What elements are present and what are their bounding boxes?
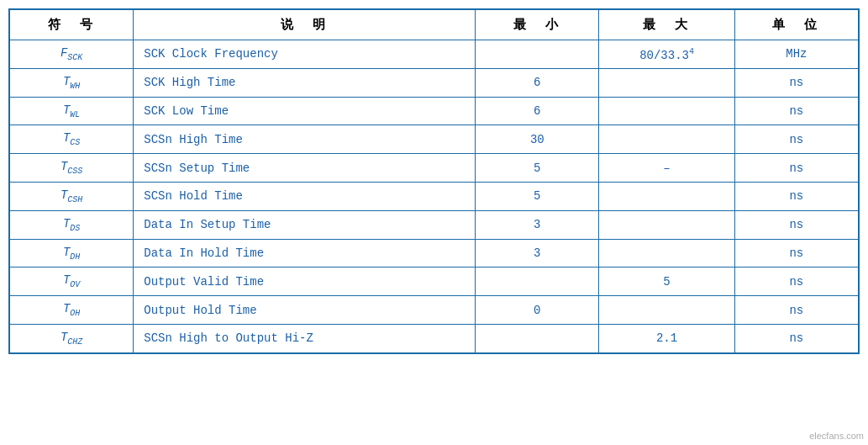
table-header-row: 符 号 说 明 最 小 最 大 单 位 xyxy=(10,10,859,40)
cell-unit: ns xyxy=(734,97,858,125)
cell-max: – xyxy=(599,154,734,183)
cell-symbol: TWH xyxy=(10,68,134,97)
cell-symbol: TCS xyxy=(10,125,134,154)
cell-min xyxy=(476,268,599,296)
table-row: TOVOutput Valid Time5ns xyxy=(10,268,859,296)
header-unit: 单 位 xyxy=(734,10,858,40)
symbol-main: TDS xyxy=(63,217,80,230)
cell-description: Output Valid Time xyxy=(134,268,476,296)
cell-max: 5 xyxy=(599,268,734,296)
cell-unit: MHz xyxy=(734,40,858,69)
cell-max xyxy=(599,182,734,210)
header-max: 最 大 xyxy=(599,10,734,40)
cell-max xyxy=(599,125,734,154)
cell-min: 0 xyxy=(476,296,599,325)
cell-max xyxy=(599,296,734,325)
cell-max xyxy=(599,68,734,97)
cell-description: SCK Clock Frequency xyxy=(134,40,476,69)
symbol-main: TCSH xyxy=(60,188,82,202)
table-row: TCHZSCSn High to Output Hi-Z2.1ns xyxy=(10,324,859,352)
cell-min: 6 xyxy=(476,68,599,97)
symbol-main: TDH xyxy=(63,246,80,259)
symbol-sub: CSS xyxy=(67,167,82,176)
cell-symbol: TOV xyxy=(10,268,134,296)
cell-description: SCSn High Time xyxy=(134,125,476,154)
symbol-sub: DH xyxy=(70,252,80,261)
symbol-sub: SCK xyxy=(67,53,82,62)
cell-min: 5 xyxy=(476,182,599,210)
symbol-main: TCHZ xyxy=(60,331,82,344)
cell-description: SCK High Time xyxy=(134,68,476,97)
cell-min: 30 xyxy=(476,125,599,154)
symbol-sub: CSH xyxy=(67,195,82,204)
table-row: TWLSCK Low Time6ns xyxy=(10,97,859,125)
symbol-sub: OH xyxy=(70,309,80,318)
timing-table-wrapper: 符 号 说 明 最 小 最 大 单 位 FSCKSCK Clock Freque… xyxy=(8,8,860,354)
cell-symbol: TCSH xyxy=(10,182,134,210)
table-row: TDHData In Hold Time3ns xyxy=(10,239,859,268)
cell-max: 2.1 xyxy=(599,324,734,352)
cell-max xyxy=(599,210,734,239)
table-row: TOHOutput Hold Time0ns xyxy=(10,296,859,325)
table-row: TWHSCK High Time6ns xyxy=(10,68,859,97)
symbol-sub: WH xyxy=(70,82,80,91)
symbol-main: TCS xyxy=(63,131,80,145)
cell-symbol: TCSS xyxy=(10,154,134,183)
table-row: TDSData In Setup Time3ns xyxy=(10,210,859,239)
cell-symbol: TOH xyxy=(10,296,134,325)
symbol-main: TWL xyxy=(63,103,80,117)
table-row: TCSSSCSn Setup Time5–ns xyxy=(10,154,859,183)
cell-unit: ns xyxy=(734,268,858,296)
symbol-main: TCSS xyxy=(60,160,82,173)
symbol-main: TOH xyxy=(63,302,80,315)
table-row: TCSHSCSn Hold Time5ns xyxy=(10,182,859,210)
cell-description: Output Hold Time xyxy=(134,296,476,325)
cell-unit: ns xyxy=(734,296,858,325)
timing-table: 符 号 说 明 最 小 最 大 单 位 FSCKSCK Clock Freque… xyxy=(9,9,859,353)
cell-unit: ns xyxy=(734,182,858,210)
symbol-main: FSCK xyxy=(60,46,82,60)
cell-symbol: TDH xyxy=(10,239,134,268)
header-description: 说 明 xyxy=(134,10,476,40)
cell-description: SCSn Hold Time xyxy=(134,182,476,210)
cell-min: 5 xyxy=(476,154,599,183)
cell-min: 6 xyxy=(476,97,599,125)
symbol-main: TWH xyxy=(63,75,80,88)
cell-unit: ns xyxy=(734,210,858,239)
symbol-sub: DS xyxy=(70,224,80,233)
cell-min xyxy=(476,40,599,69)
cell-unit: ns xyxy=(734,68,858,97)
cell-unit: ns xyxy=(734,125,858,154)
cell-description: Data In Setup Time xyxy=(134,210,476,239)
cell-description: SCK Low Time xyxy=(134,97,476,125)
cell-max: 80/33.34 xyxy=(599,40,734,69)
symbol-sub: WL xyxy=(70,109,80,119)
cell-unit: ns xyxy=(734,239,858,268)
cell-symbol: FSCK xyxy=(10,40,134,69)
cell-description: SCSn Setup Time xyxy=(134,154,476,183)
cell-unit: ns xyxy=(734,324,858,352)
table-row: TCSSCSn High Time30ns xyxy=(10,125,859,154)
symbol-sub: CHZ xyxy=(67,337,82,347)
cell-symbol: TDS xyxy=(10,210,134,239)
symbol-main: TOV xyxy=(63,273,80,287)
symbol-sub: OV xyxy=(70,280,80,289)
table-row: FSCKSCK Clock Frequency80/33.34MHz xyxy=(10,40,859,69)
header-symbol: 符 号 xyxy=(10,10,134,40)
cell-description: SCSn High to Output Hi-Z xyxy=(134,324,476,352)
cell-min: 3 xyxy=(476,210,599,239)
cell-symbol: TWL xyxy=(10,97,134,125)
cell-description: Data In Hold Time xyxy=(134,239,476,268)
cell-unit: ns xyxy=(734,154,858,183)
header-min: 最 小 xyxy=(476,10,599,40)
symbol-sub: CS xyxy=(70,138,80,147)
cell-max xyxy=(599,97,734,125)
max-superscript: 4 xyxy=(689,47,694,56)
cell-symbol: TCHZ xyxy=(10,324,134,352)
cell-min: 3 xyxy=(476,239,599,268)
cell-max xyxy=(599,239,734,268)
cell-min xyxy=(476,324,599,352)
